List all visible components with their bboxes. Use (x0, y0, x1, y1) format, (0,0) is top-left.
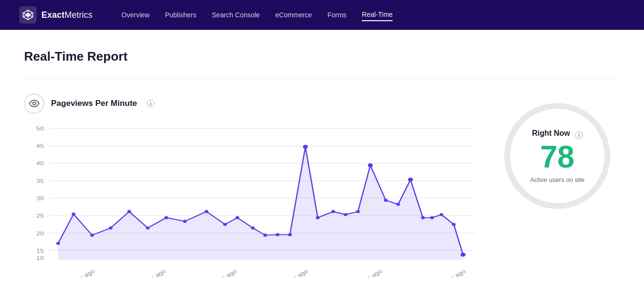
svg-text:0 minutes ago: 0 minutes ago (428, 268, 467, 277)
svg-point-21 (56, 242, 60, 245)
svg-point-48 (452, 223, 456, 226)
svg-point-2 (33, 102, 36, 105)
divider (24, 78, 620, 79)
svg-text:35: 35 (36, 178, 44, 184)
main-nav: Overview Publishers Search Console eComm… (121, 9, 393, 21)
nav-item-ecommerce[interactable]: eCommerce (275, 9, 312, 21)
page-title: Real-Time Report (24, 49, 620, 64)
svg-point-32 (251, 226, 255, 229)
logo-icon (19, 6, 37, 24)
svg-point-25 (127, 210, 131, 213)
header: ExactMetrics Overview Publishers Search … (0, 0, 644, 30)
svg-point-45 (421, 216, 425, 219)
svg-text:25: 25 (36, 212, 44, 219)
right-now-info-icon[interactable]: ℹ (575, 131, 583, 139)
nav-item-overview[interactable]: Overview (121, 9, 149, 21)
eye-icon (24, 93, 44, 114)
chart-section: Pageviews Per Minute ℹ 50 45 (24, 93, 475, 277)
chart-header: Pageviews Per Minute ℹ (24, 93, 475, 114)
svg-point-23 (90, 233, 94, 236)
svg-text:10: 10 (36, 255, 44, 261)
svg-text:15: 15 (36, 247, 44, 254)
svg-text:40: 40 (36, 160, 44, 167)
logo-area: ExactMetrics (19, 6, 92, 24)
right-now-title: Right Now (532, 129, 570, 138)
svg-point-27 (164, 216, 168, 219)
svg-point-1 (26, 13, 30, 17)
svg-point-40 (356, 210, 360, 213)
svg-point-31 (236, 216, 239, 219)
svg-text:45: 45 (36, 142, 44, 149)
chart-info-icon[interactable]: ℹ (147, 100, 155, 107)
svg-text:20: 20 (36, 230, 44, 237)
svg-text:30: 30 (36, 195, 44, 202)
svg-point-33 (263, 233, 267, 236)
svg-text:10 minutes ago: 10 minutes ago (267, 268, 309, 277)
svg-text:50: 50 (36, 125, 44, 132)
svg-point-46 (430, 216, 434, 219)
right-now-section: Right Now ℹ 78 Active users on site (495, 93, 620, 209)
content-row: Pageviews Per Minute ℹ 50 45 (24, 93, 620, 277)
main-content: Real-Time Report Pageviews Per Minute ℹ (0, 30, 644, 297)
svg-point-24 (109, 226, 113, 229)
svg-point-38 (331, 210, 335, 213)
svg-point-22 (72, 213, 76, 216)
svg-text:25 minutes ago: 25 minutes ago (53, 268, 96, 277)
svg-point-35 (288, 233, 292, 236)
svg-point-42 (384, 199, 388, 202)
svg-point-47 (440, 213, 444, 216)
nav-item-realtime[interactable]: Real-Time (362, 9, 393, 21)
svg-point-39 (344, 213, 348, 216)
svg-point-26 (146, 226, 150, 229)
svg-point-44 (408, 178, 413, 182)
svg-marker-20 (58, 147, 463, 260)
svg-point-37 (316, 216, 320, 219)
nav-item-search-console[interactable]: Search Console (212, 9, 260, 21)
svg-point-43 (396, 203, 400, 206)
chart-title: Pageviews Per Minute (51, 99, 137, 108)
nav-item-forms[interactable]: Forms (328, 9, 347, 21)
right-now-number: 78 (540, 142, 574, 172)
nav-item-publishers[interactable]: Publishers (165, 9, 196, 21)
right-now-label: Active users on site (530, 176, 585, 183)
svg-point-34 (276, 233, 279, 236)
svg-point-36 (303, 145, 308, 149)
logo-text: ExactMetrics (41, 10, 92, 20)
svg-point-41 (368, 163, 373, 168)
svg-text:5 minutes ago: 5 minutes ago (344, 268, 383, 277)
svg-point-49 (460, 253, 465, 257)
svg-point-30 (223, 223, 227, 226)
svg-text:15 minutes ago: 15 minutes ago (196, 268, 238, 277)
right-now-circle: Right Now ℹ 78 Active users on site (504, 103, 610, 209)
svg-point-29 (205, 210, 209, 213)
svg-point-28 (183, 220, 187, 223)
svg-text:20 minutes ago: 20 minutes ago (125, 268, 167, 277)
chart-container: 50 45 40 35 30 25 20 15 10 (24, 123, 475, 277)
